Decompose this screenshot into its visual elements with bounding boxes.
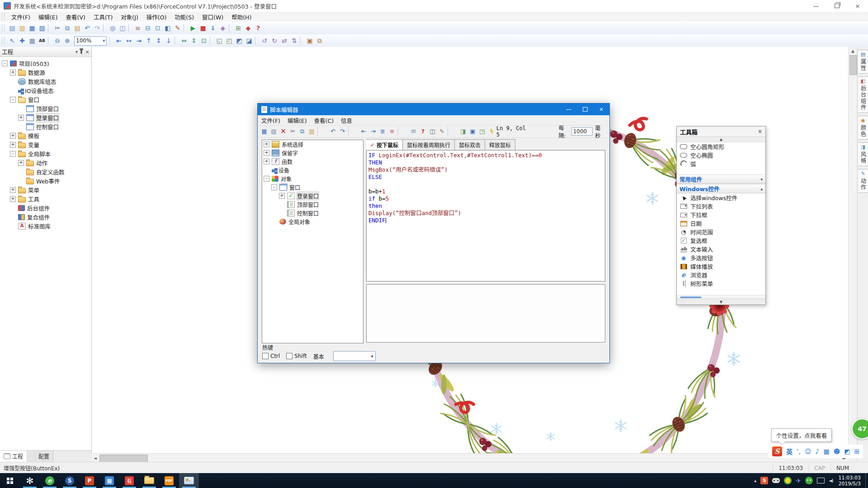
save[interactable]: ▦ (27, 23, 37, 33)
pointer[interactable]: ↖ (7, 36, 17, 46)
toolbox-item[interactable]: Windows控件 ▴ (677, 184, 765, 193)
menu-item[interactable]: 信息 (337, 115, 356, 126)
tree-expander-icon[interactable]: - (271, 184, 277, 190)
new-file[interactable]: ▤ (7, 23, 17, 33)
taskbar-app[interactable] (0, 473, 20, 488)
speaker-icon[interactable]: ◄) (829, 478, 833, 483)
hotkey-select[interactable]: ▾ (333, 351, 376, 361)
tree-item[interactable]: 顶部窗口 (0, 104, 91, 113)
scroll-up-icon[interactable]: ▲ (849, 47, 857, 55)
tree-item[interactable]: - 项目(0503) (0, 59, 91, 68)
menu-item[interactable]: 编辑(E) (284, 115, 311, 126)
tree-expander-icon[interactable]: + (10, 196, 16, 202)
redo[interactable]: ↷ (92, 23, 102, 33)
tree-item[interactable]: + 数据源 (0, 68, 91, 77)
event-tab[interactable]: 鼠标按着周期执行 (403, 139, 455, 150)
tree-item[interactable]: Web事件 (0, 176, 91, 185)
separator[interactable] (348, 127, 358, 136)
cut[interactable]: ✂ (52, 23, 62, 33)
paste[interactable]: ▤ (307, 127, 316, 136)
dock-tab[interactable]: ◧ 后台组件 (858, 76, 868, 113)
help[interactable]: ? (418, 127, 428, 136)
punct-icon[interactable]: ’, (797, 448, 801, 455)
download[interactable]: ⇓ (208, 23, 218, 33)
tree-expander-icon[interactable]: + (18, 115, 24, 121)
smiley-icon[interactable]: ☺ (805, 448, 811, 455)
insert-image[interactable]: ◨ (458, 127, 468, 136)
tree-item[interactable]: 顶部窗口 (262, 200, 363, 209)
taskbar-app[interactable]: 有 (119, 473, 139, 488)
toolbox-item[interactable]: 复选框 (677, 236, 765, 245)
stamp[interactable]: ▩ (27, 36, 37, 46)
copy[interactable]: ⧉ (62, 23, 72, 33)
event-tab[interactable]: 释放鼠标 (485, 139, 515, 150)
paste[interactable]: ▤ (72, 23, 82, 33)
send-to-back[interactable]: ◪ (244, 36, 254, 46)
ungroup[interactable]: ◰ (224, 36, 234, 46)
event-tab[interactable]: ✓ 按下鼠标 (366, 139, 403, 150)
zoom-select[interactable]: 100%▾ (74, 36, 107, 46)
rotate-left[interactable]: ↺ (259, 36, 269, 46)
lock[interactable]: ▣ (305, 36, 315, 46)
align-bottom[interactable]: ↓ (164, 36, 174, 46)
tree-expander-icon[interactable]: + (264, 150, 269, 156)
lang-indicator[interactable]: 英 (786, 447, 793, 456)
separator[interactable] (48, 37, 52, 45)
align-right[interactable]: ⇥ (134, 36, 144, 46)
undo[interactable]: ↶ (328, 127, 338, 136)
kite-icon[interactable]: ✈ (796, 477, 801, 484)
align-v-center[interactable]: ↕ (154, 36, 164, 46)
tree-item[interactable]: + 登录窗口 (262, 192, 363, 200)
close-icon[interactable]: × (758, 128, 762, 135)
same-width[interactable]: ⇔ (179, 36, 189, 46)
tree-expander-icon[interactable]: + (10, 187, 16, 193)
script-editor[interactable]: ✎ (173, 23, 183, 33)
tree-expander-icon[interactable]: - (10, 151, 16, 157)
menu-item[interactable]: 文件(F) (7, 12, 34, 22)
coin-icon[interactable] (784, 477, 792, 484)
tree-item[interactable]: + 系统选择 (262, 140, 363, 149)
minimize-button[interactable]: — (561, 103, 577, 115)
tree-item[interactable]: + 登录窗口 (0, 113, 91, 122)
io-device-config[interactable]: ⊡ (153, 23, 163, 33)
panel-tab[interactable]: 工程 (0, 450, 27, 462)
window-manager[interactable]: ◧ (163, 23, 173, 33)
tree-item[interactable]: + 动作 (0, 158, 91, 167)
scrollbar-thumb[interactable] (99, 455, 148, 462)
separator[interactable] (255, 37, 259, 45)
gamepad-icon[interactable] (772, 478, 780, 483)
open-file[interactable]: ▥ (17, 23, 27, 33)
tree-expander-icon[interactable]: + (264, 159, 269, 164)
scrollbar-thumb[interactable] (849, 55, 857, 75)
dialog-title-bar[interactable]: 脚本编辑器 — × (258, 103, 609, 115)
separator[interactable] (210, 37, 213, 45)
toolbox-item[interactable]: 常用组件 ▾ (677, 174, 765, 184)
toolbox-item[interactable]: 下拉列表 (677, 202, 765, 211)
separator[interactable] (109, 37, 113, 45)
description-panel[interactable] (366, 284, 605, 343)
taskbar-app[interactable]: S (60, 473, 80, 488)
shift-checkbox[interactable]: Shift (286, 353, 307, 359)
pan[interactable]: ✚ (17, 36, 27, 46)
tray-caret-icon[interactable]: ▴ (754, 478, 756, 483)
variable-dictionary[interactable]: ≡ (133, 23, 143, 33)
separator[interactable] (300, 37, 304, 45)
line-spacing[interactable]: ≣ (378, 127, 387, 136)
toolbox-item[interactable]: 文本输入 (677, 245, 765, 253)
same-height[interactable]: ⇕ (189, 36, 199, 46)
print[interactable]: ◫ (428, 127, 437, 136)
group[interactable]: ◱ (214, 36, 224, 46)
undo[interactable]: ↶ (82, 23, 92, 33)
interval-input[interactable]: 1000 (571, 127, 593, 136)
align-h-center[interactable]: ↔ (124, 36, 134, 46)
mic-icon[interactable]: ♪ (816, 448, 820, 455)
horizontal-scrollbar[interactable]: ◄ ► (91, 453, 848, 462)
taskbar-app[interactable]: PDF (159, 473, 179, 488)
layers[interactable]: ⧉ (315, 36, 325, 46)
menu-item[interactable]: 窗口(W) (198, 12, 227, 22)
tree-expander-icon[interactable]: + (264, 141, 269, 147)
toolbox-scroll-down[interactable]: ▼ (677, 299, 765, 305)
toolbox-item[interactable]: 空心圆角矩形 (677, 142, 765, 151)
minimize-button[interactable]: — (806, 0, 826, 12)
toolbox-item[interactable]: 日期 (677, 219, 765, 228)
